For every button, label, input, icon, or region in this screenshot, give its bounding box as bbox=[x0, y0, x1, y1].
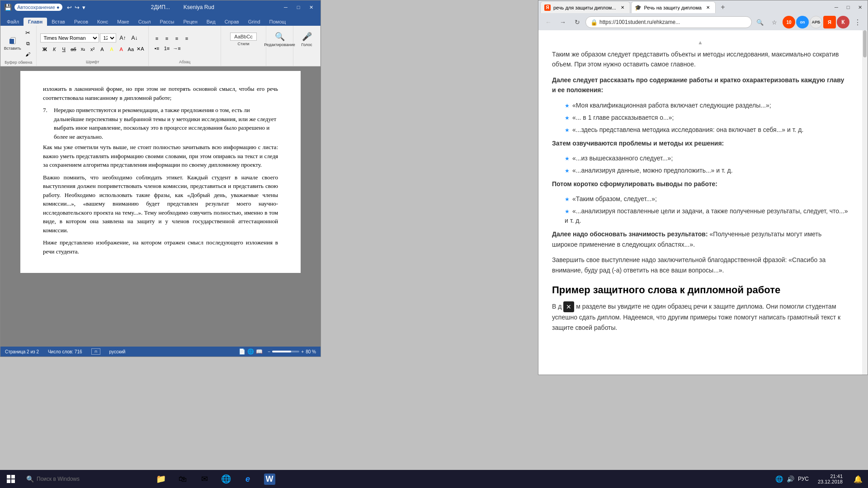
tab2-close-button[interactable]: ✕ bbox=[704, 4, 712, 11]
change-case-button[interactable]: Аа bbox=[127, 45, 135, 54]
word-track-icon[interactable]: ⊓ bbox=[91, 348, 100, 355]
view-web-button[interactable]: 🌐 bbox=[247, 348, 254, 355]
browser-search-button[interactable]: 🔍 bbox=[754, 16, 766, 28]
word-close-button[interactable]: ✕ bbox=[305, 2, 317, 12]
highlight-color-button[interactable]: А bbox=[107, 45, 116, 54]
browser-menu-button[interactable]: ⋮ bbox=[851, 16, 864, 28]
tab-view[interactable]: Вид bbox=[202, 18, 220, 26]
underline-button[interactable]: Ч bbox=[60, 45, 68, 54]
word-undo-icon[interactable]: ↩ bbox=[67, 4, 72, 11]
favorites-button[interactable]: ☆ bbox=[768, 16, 781, 28]
clear-formatting-button[interactable]: ✕A bbox=[136, 45, 145, 54]
browser-scrollbar[interactable] bbox=[862, 30, 868, 375]
word-autosave-toggle[interactable]: Автосохранение ● bbox=[14, 4, 62, 11]
word-minimize-button[interactable]: ─ bbox=[280, 2, 292, 12]
subscript-button[interactable]: х₂ bbox=[79, 45, 87, 54]
scrollbar-thumb[interactable] bbox=[863, 30, 867, 57]
view-read-button[interactable]: 📖 bbox=[256, 348, 263, 355]
indent-button[interactable]: →≡ bbox=[172, 44, 181, 53]
text-effects-button[interactable]: А bbox=[98, 45, 106, 54]
browser-minimize-button[interactable]: ─ bbox=[830, 2, 842, 12]
italic-button[interactable]: К bbox=[50, 45, 59, 54]
taskbar-chrome[interactable]: 🌐 bbox=[216, 470, 236, 488]
language-indicator[interactable]: РУС bbox=[798, 476, 809, 482]
word-more-icon[interactable]: ▾ bbox=[82, 4, 85, 11]
word-save-icon[interactable]: 💾 bbox=[4, 4, 12, 11]
tab-home[interactable]: Главн bbox=[24, 18, 47, 26]
strikethrough-button[interactable]: аб bbox=[69, 45, 78, 54]
tab1-close-button[interactable]: ✕ bbox=[619, 4, 626, 11]
grow-font-button[interactable]: A↑ bbox=[117, 33, 128, 43]
font-size-select[interactable]: 12 bbox=[100, 33, 116, 42]
volume-icon[interactable]: 🔊 bbox=[787, 475, 794, 483]
numbering-button[interactable]: 1≡ bbox=[162, 44, 171, 53]
url-text: https://1001student.ru/ehkzame... bbox=[599, 19, 747, 25]
word-list-item-7: 7. Нередко приветствуются и рекомендации… bbox=[43, 106, 278, 141]
address-bar[interactable]: 🔒 https://1001student.ru/ehkzame... bbox=[585, 16, 752, 28]
font-name-select[interactable]: Times New Roman bbox=[40, 33, 99, 42]
paste-button[interactable]: Вставить bbox=[4, 32, 22, 55]
notification-button[interactable]: 🔔 bbox=[848, 470, 868, 488]
browser-section-heading: Пример защитного слова к дипломной работ… bbox=[552, 284, 849, 296]
tab-design[interactable]: Конс bbox=[93, 18, 113, 26]
align-left-button[interactable]: ≡ bbox=[152, 34, 161, 43]
app-badge[interactable]: АРБ bbox=[810, 16, 822, 28]
yandex-badge[interactable]: 10 bbox=[783, 16, 795, 28]
forward-button[interactable]: → bbox=[557, 16, 569, 28]
tab-review[interactable]: Рецен bbox=[179, 18, 202, 26]
scroll-top-indicator[interactable]: ▲ bbox=[552, 39, 849, 46]
refresh-button[interactable]: ↻ bbox=[571, 16, 584, 28]
tab-help[interactable]: Справ bbox=[220, 18, 244, 26]
styles-button[interactable]: AaBbCc Стили bbox=[235, 28, 253, 51]
tab-file[interactable]: Файл bbox=[2, 18, 24, 26]
yandex-logo[interactable]: Я bbox=[823, 16, 836, 28]
new-tab-button[interactable]: + bbox=[717, 1, 729, 13]
bold-button[interactable]: Ж bbox=[40, 45, 49, 54]
browser-tab-1[interactable]: Я речь для защиты диплом... ✕ bbox=[540, 1, 630, 13]
align-right-button[interactable]: ≡ bbox=[172, 34, 181, 43]
voice-button[interactable]: 🎤 Голос bbox=[298, 28, 316, 51]
bullets-button[interactable]: •≡ bbox=[152, 44, 161, 53]
tab-grind[interactable]: Grind bbox=[244, 18, 265, 26]
format-painter-button[interactable]: 🖌 bbox=[23, 49, 33, 59]
taskbar-mail[interactable]: ✉ bbox=[194, 470, 214, 488]
zoom-out-button[interactable]: − bbox=[268, 349, 271, 354]
network-icon[interactable]: 🌐 bbox=[775, 475, 783, 483]
start-button[interactable] bbox=[0, 470, 22, 488]
browser-tab-2[interactable]: 🎓 Речь на защиту диплома ✕ bbox=[631, 1, 716, 13]
browser-heading2: Затем озвучиваются проблемы и методы их … bbox=[552, 138, 849, 148]
shrink-font-button[interactable]: A↓ bbox=[129, 33, 140, 43]
word-maximize-button[interactable]: □ bbox=[292, 2, 304, 12]
taskbar-store[interactable]: 🛍 bbox=[173, 470, 193, 488]
find-button[interactable]: 🔍 Редактирование bbox=[271, 28, 289, 51]
align-center-button[interactable]: ≡ bbox=[162, 34, 171, 43]
font-color-button[interactable]: А bbox=[117, 45, 126, 54]
taskbar-word[interactable]: W bbox=[259, 470, 279, 488]
word-content-area[interactable]: изложить в лаконичной форме, но при этом… bbox=[0, 66, 321, 347]
zoom-in-button[interactable]: + bbox=[301, 349, 304, 354]
tab-references[interactable]: Ссыл bbox=[134, 18, 156, 26]
browser-close-button[interactable]: ✕ bbox=[854, 2, 866, 12]
superscript-button[interactable]: х² bbox=[88, 45, 97, 54]
tab-insert[interactable]: Встав bbox=[47, 18, 70, 26]
tab-mailings[interactable]: Рассы bbox=[155, 18, 179, 26]
user-avatar[interactable]: К bbox=[837, 16, 849, 28]
tab-layout[interactable]: Маке bbox=[113, 18, 133, 26]
on-badge[interactable]: on bbox=[796, 16, 809, 28]
close-popup-button[interactable]: ✕ bbox=[563, 301, 574, 312]
word-title-left: 💾 Автосохранение ● ↩ ↪ ▾ bbox=[4, 4, 85, 11]
back-button[interactable]: ← bbox=[542, 16, 555, 28]
justify-button[interactable]: ≡ bbox=[182, 34, 191, 43]
tab-draw[interactable]: Рисов bbox=[70, 18, 93, 26]
taskbar-search-input[interactable] bbox=[37, 476, 127, 482]
taskbar-search[interactable]: 🔍 bbox=[22, 470, 148, 488]
taskbar-file-explorer[interactable]: 📁 bbox=[151, 470, 171, 488]
word-redo-icon[interactable]: ↪ bbox=[75, 4, 80, 11]
zoom-slider[interactable]: − + 80 % bbox=[268, 349, 316, 354]
copy-button[interactable]: ⧉ bbox=[23, 38, 33, 48]
cut-button[interactable]: ✂ bbox=[23, 28, 33, 38]
browser-maximize-button[interactable]: □ bbox=[842, 2, 854, 12]
tab-help2[interactable]: Помощ bbox=[265, 18, 291, 26]
view-normal-button[interactable]: 📄 bbox=[239, 348, 245, 355]
taskbar-edge[interactable]: e bbox=[238, 470, 258, 488]
